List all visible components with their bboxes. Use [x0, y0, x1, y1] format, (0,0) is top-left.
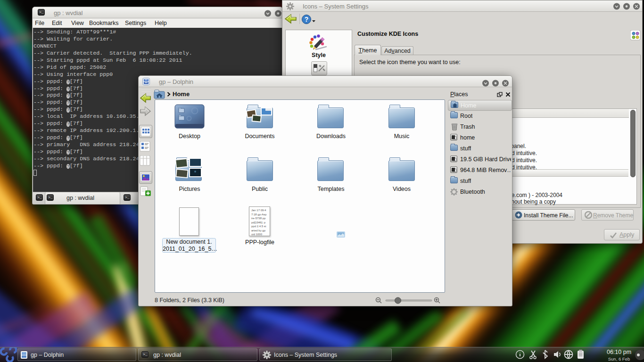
svg-text:?: ? — [305, 16, 309, 23]
